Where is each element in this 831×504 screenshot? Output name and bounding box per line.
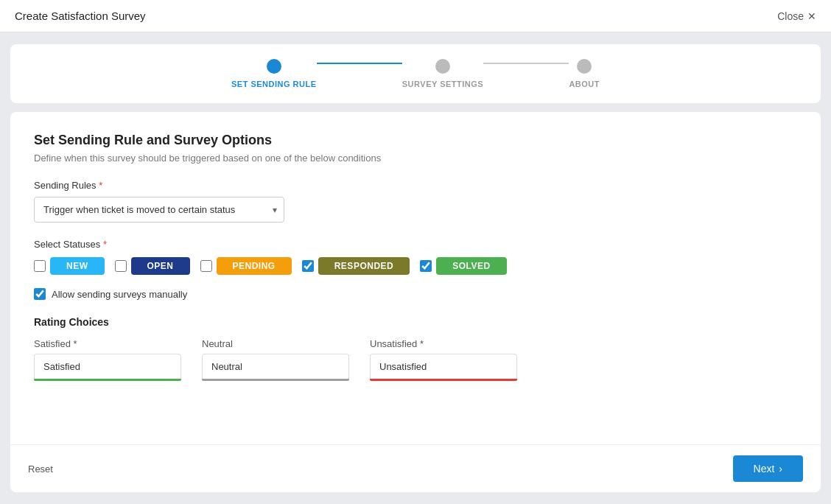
rating-choices-title: Rating Choices xyxy=(34,316,797,328)
rating-field-satisfied: Satisfied * xyxy=(34,338,181,381)
stepper: SET SENDING RULE SURVEY SETTINGS ABOUT xyxy=(231,59,600,88)
rating-input-neutral[interactable] xyxy=(202,354,349,379)
statuses-section: Select Statuses * NEW OPEN xyxy=(34,239,797,275)
rating-underline-satisfied xyxy=(34,379,181,381)
allow-manual-checkbox[interactable] xyxy=(34,288,46,300)
title-bar: Create Satisfaction Survey Close ✕ xyxy=(0,0,831,32)
rating-label-unsatisfied: Unsatisfied * xyxy=(370,338,517,349)
status-item-new: NEW xyxy=(34,257,105,275)
statuses-required: * xyxy=(103,239,107,250)
status-item-open: OPEN xyxy=(115,257,190,275)
next-label: Next xyxy=(754,463,775,475)
main-wrapper: SET SENDING RULE SURVEY SETTINGS ABOUT S… xyxy=(0,32,831,504)
close-button[interactable]: Close ✕ xyxy=(777,10,816,22)
statuses-label: Select Statuses * xyxy=(34,239,797,250)
close-label: Close xyxy=(777,10,804,22)
rating-label-neutral: Neutral xyxy=(202,338,349,349)
status-badge-responded[interactable]: RESPONDED xyxy=(318,257,410,275)
allow-manual-label: Allow sending surveys manually xyxy=(52,289,187,300)
status-badge-open[interactable]: OPEN xyxy=(131,257,190,275)
next-button[interactable]: Next › xyxy=(733,455,803,482)
rating-label-satisfied: Satisfied * xyxy=(34,338,181,349)
sending-rules-field: Sending Rules * Trigger when ticket is m… xyxy=(34,180,797,223)
step-survey-settings[interactable]: SURVEY SETTINGS xyxy=(402,59,483,88)
rating-field-neutral: Neutral xyxy=(202,338,349,381)
status-checkbox-new[interactable] xyxy=(34,260,46,272)
step-about[interactable]: ABOUT xyxy=(569,59,600,88)
status-item-pending: PENDING xyxy=(200,257,292,275)
content-card: Set Sending Rule and Survey Options Defi… xyxy=(10,112,821,492)
rating-field-unsatisfied: Unsatisfied * xyxy=(370,338,517,381)
step-line-2 xyxy=(483,63,569,64)
status-item-responded: RESPONDED xyxy=(302,257,410,275)
status-checkbox-pending[interactable] xyxy=(200,260,212,272)
rating-input-wrapper-satisfied xyxy=(34,354,181,381)
status-checkbox-responded[interactable] xyxy=(302,260,314,272)
status-badge-solved[interactable]: SOLVED xyxy=(436,257,506,275)
sending-rules-label: Sending Rules * xyxy=(34,180,797,191)
status-checkbox-solved[interactable] xyxy=(420,260,432,272)
sending-rules-required: * xyxy=(99,180,102,191)
step-set-sending-rule[interactable]: SET SENDING RULE xyxy=(231,59,317,88)
stepper-card: SET SENDING RULE SURVEY SETTINGS ABOUT xyxy=(10,44,821,103)
allow-manual-field: Allow sending surveys manually xyxy=(34,288,797,300)
status-item-solved: SOLVED xyxy=(420,257,506,275)
rating-input-wrapper-neutral xyxy=(202,354,349,381)
statuses-row: NEW OPEN PENDING RESPONDED xyxy=(34,257,797,275)
step-circle-1 xyxy=(267,59,281,74)
status-badge-new[interactable]: NEW xyxy=(50,257,105,275)
window-title: Create Satisfaction Survey xyxy=(15,10,146,22)
step-label-2: SURVEY SETTINGS xyxy=(402,80,483,88)
rating-fields: Satisfied * Neutral xyxy=(34,338,797,381)
rating-underline-neutral xyxy=(202,379,349,381)
close-icon: ✕ xyxy=(807,10,816,22)
step-circle-3 xyxy=(577,59,592,74)
step-line-1 xyxy=(317,63,402,64)
status-checkbox-open[interactable] xyxy=(115,260,127,272)
next-arrow-icon: › xyxy=(779,463,782,475)
step-label-3: ABOUT xyxy=(569,80,600,88)
step-label-1: SET SENDING RULE xyxy=(231,80,317,88)
section-desc: Define when this survey should be trigge… xyxy=(34,153,797,164)
rating-input-wrapper-unsatisfied xyxy=(370,354,517,381)
status-badge-pending[interactable]: PENDING xyxy=(217,257,292,275)
rating-input-satisfied[interactable] xyxy=(34,354,181,379)
rating-section: Rating Choices Satisfied * Neutral xyxy=(34,316,797,381)
rating-input-unsatisfied[interactable] xyxy=(370,354,517,379)
section-title: Set Sending Rule and Survey Options xyxy=(34,133,797,148)
content-inner: Set Sending Rule and Survey Options Defi… xyxy=(10,112,821,444)
sending-rules-select[interactable]: Trigger when ticket is moved to certain … xyxy=(34,197,284,223)
footer: Reset Next › xyxy=(10,444,821,492)
sending-rules-select-wrapper: Trigger when ticket is moved to certain … xyxy=(34,197,284,223)
reset-button[interactable]: Reset xyxy=(28,463,53,475)
rating-underline-unsatisfied xyxy=(370,379,517,381)
step-circle-2 xyxy=(435,59,450,74)
